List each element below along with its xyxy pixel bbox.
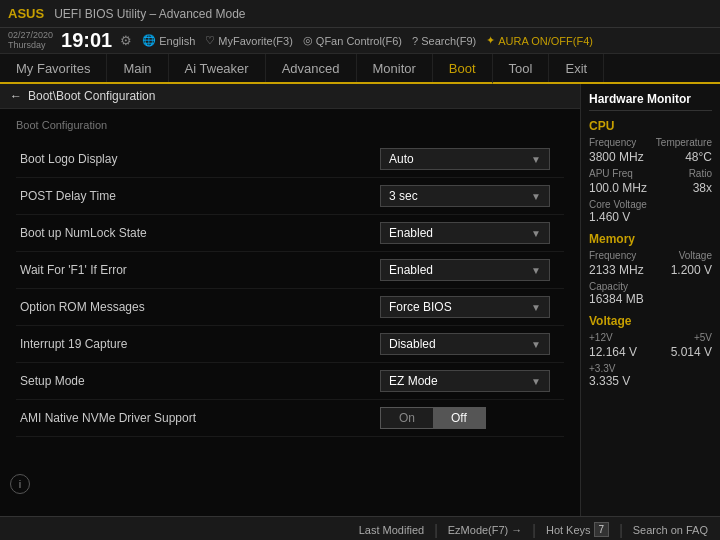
search-label: Search(F9) — [421, 35, 476, 47]
separator-2: | — [532, 522, 536, 538]
apu-row-values: 100.0 MHz 38x — [589, 181, 712, 197]
last-modified-label: Last Modified — [359, 524, 424, 536]
back-arrow-icon[interactable]: ← — [10, 89, 22, 103]
dropdown-option-rom[interactable]: Force BIOS ▼ — [380, 296, 550, 318]
setting-control-numlock: Enabled ▼ — [380, 222, 560, 244]
tab-boot[interactable]: Boot — [433, 54, 493, 84]
qfan-button[interactable]: ◎ QFan Control(F6) — [303, 34, 402, 47]
toggle-off-option[interactable]: Off — [433, 408, 485, 428]
core-voltage-value: 1.460 V — [589, 210, 712, 224]
ratio-label: Ratio — [689, 168, 712, 179]
setting-control-post-delay: 3 sec ▼ — [380, 185, 560, 207]
language-icon: 🌐 — [142, 34, 156, 47]
setting-control-option-rom: Force BIOS ▼ — [380, 296, 560, 318]
tab-ai-tweaker[interactable]: Ai Tweaker — [169, 54, 266, 82]
hw-monitor-title: Hardware Monitor — [589, 92, 712, 111]
search-faq-button[interactable]: Search on FAQ — [633, 524, 708, 536]
dropdown-wait-f1[interactable]: Enabled ▼ — [380, 259, 550, 281]
mem-freq-value: 2133 MHz — [589, 263, 644, 277]
v12-row-values: 12.164 V 5.014 V — [589, 345, 712, 361]
dropdown-value-boot-logo: Auto — [389, 152, 414, 166]
setting-row-setup-mode: Setup Mode EZ Mode ▼ — [16, 363, 564, 400]
v12-value: 12.164 V — [589, 345, 637, 359]
chevron-down-icon: ▼ — [531, 228, 541, 239]
setting-control-nvme: On Off — [380, 407, 560, 429]
myfavorites-label: MyFavorite(F3) — [218, 35, 293, 47]
tab-tool[interactable]: Tool — [493, 54, 550, 82]
hotkeys-text: Hot Keys — [546, 524, 591, 536]
dropdown-value-post-delay: 3 sec — [389, 189, 418, 203]
nav-bar: My Favorites Main Ai Tweaker Advanced Mo… — [0, 54, 720, 84]
mem-freq-label: Frequency — [589, 250, 636, 261]
gear-icon[interactable]: ⚙ — [120, 33, 132, 48]
setting-row-option-rom: Option ROM Messages Force BIOS ▼ — [16, 289, 564, 326]
separator-3: | — [619, 522, 623, 538]
memory-section-title: Memory — [589, 232, 712, 246]
dropdown-value-interrupt19: Disabled — [389, 337, 436, 351]
settings-area: Boot Configuration Boot Logo Display Aut… — [0, 109, 580, 447]
apu-freq-value: 100.0 MHz — [589, 181, 647, 195]
cpu-freq-row: Frequency Temperature — [589, 137, 712, 148]
cpu-freq-value: 3800 MHz — [589, 150, 644, 164]
hotkeys-key-badge: 7 — [594, 522, 610, 537]
v5-value: 5.014 V — [671, 345, 712, 359]
setting-row-numlock: Boot up NumLock State Enabled ▼ — [16, 215, 564, 252]
setting-row-interrupt19: Interrupt 19 Capture Disabled ▼ — [16, 326, 564, 363]
tab-monitor[interactable]: Monitor — [357, 54, 433, 82]
tab-my-favorites[interactable]: My Favorites — [0, 54, 107, 82]
breadcrumb: ← Boot\Boot Configuration — [0, 84, 580, 109]
heart-icon: ♡ — [205, 34, 215, 47]
time-display: 19:01 — [61, 29, 112, 52]
footer-top: Last Modified | EzMode(F7) → | Hot Keys … — [0, 519, 720, 541]
main-area: ← Boot\Boot Configuration Boot Configura… — [0, 84, 720, 516]
content-area: ← Boot\Boot Configuration Boot Configura… — [0, 84, 580, 516]
language-label: English — [159, 35, 195, 47]
mem-voltage-value: 1.200 V — [671, 263, 712, 277]
aura-button[interactable]: ✦ AURA ON/OFF(F4) — [486, 34, 593, 47]
setting-control-wait-f1: Enabled ▼ — [380, 259, 560, 281]
setting-row-wait-f1: Wait For 'F1' If Error Enabled ▼ — [16, 252, 564, 289]
myfavorites-button[interactable]: ♡ MyFavorite(F3) — [205, 34, 293, 47]
chevron-down-icon: ▼ — [531, 376, 541, 387]
dropdown-value-option-rom: Force BIOS — [389, 300, 452, 314]
tab-exit[interactable]: Exit — [549, 54, 604, 82]
aura-label: AURA ON/OFF(F4) — [498, 35, 593, 47]
dropdown-interrupt19[interactable]: Disabled ▼ — [380, 333, 550, 355]
info-button[interactable]: i — [10, 474, 30, 494]
arrow-right-icon: → — [511, 524, 522, 536]
chevron-down-icon: ▼ — [531, 339, 541, 350]
chevron-down-icon: ▼ — [531, 302, 541, 313]
dropdown-value-wait-f1: Enabled — [389, 263, 433, 277]
language-selector[interactable]: 🌐 English — [142, 34, 195, 47]
setting-row-boot-logo: Boot Logo Display Auto ▼ — [16, 141, 564, 178]
tab-advanced[interactable]: Advanced — [266, 54, 357, 82]
toggle-on-option[interactable]: On — [381, 408, 433, 428]
header-bar: ASUS UEFI BIOS Utility – Advanced Mode — [0, 0, 720, 28]
qfan-label: QFan Control(F6) — [316, 35, 402, 47]
tab-main[interactable]: Main — [107, 54, 168, 82]
dropdown-setup-mode[interactable]: EZ Mode ▼ — [380, 370, 550, 392]
chevron-down-icon: ▼ — [531, 154, 541, 165]
search-button[interactable]: ? Search(F9) — [412, 35, 476, 47]
section-label: Boot Configuration — [16, 119, 564, 131]
dropdown-post-delay[interactable]: 3 sec ▼ — [380, 185, 550, 207]
cpu-temp-label: Temperature — [656, 137, 712, 148]
setting-label-numlock: Boot up NumLock State — [20, 226, 380, 240]
bios-title: UEFI BIOS Utility – Advanced Mode — [54, 7, 245, 21]
chevron-down-icon: ▼ — [531, 265, 541, 276]
hw-monitor-panel: Hardware Monitor CPU Frequency Temperatu… — [580, 84, 720, 516]
setting-row-post-delay: POST Delay Time 3 sec ▼ — [16, 178, 564, 215]
setting-label-option-rom: Option ROM Messages — [20, 300, 380, 314]
ezmode-label: EzMode(F7) — [448, 524, 509, 536]
chevron-down-icon: ▼ — [531, 191, 541, 202]
v12-label: +12V — [589, 332, 613, 343]
search-icon: ? — [412, 35, 418, 47]
dropdown-boot-logo[interactable]: Auto ▼ — [380, 148, 550, 170]
ezmode-button[interactable]: EzMode(F7) → — [448, 524, 523, 536]
dropdown-numlock[interactable]: Enabled ▼ — [380, 222, 550, 244]
apu-row-labels: APU Freq Ratio — [589, 168, 712, 179]
asus-logo: ASUS — [8, 6, 44, 21]
separator-1: | — [434, 522, 438, 538]
setting-control-boot-logo: Auto ▼ — [380, 148, 560, 170]
capacity-label: Capacity — [589, 281, 712, 292]
